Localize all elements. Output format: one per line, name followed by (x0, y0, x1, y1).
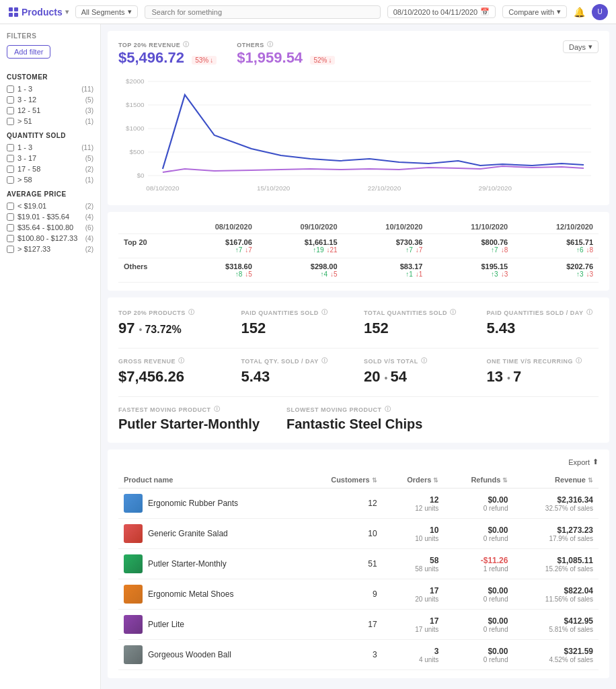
orders-cell: 3 4 units (383, 640, 445, 670)
filter-checkbox[interactable] (7, 85, 14, 93)
svg-text:$1000: $1000 (126, 124, 144, 131)
filter-text: 3 - 12 (17, 96, 36, 104)
filter-label[interactable]: > $127.33 (7, 245, 50, 253)
revenue-cell: $321.59 4.52% of sales (513, 640, 599, 670)
product-name: Putler Starter-Monthly (148, 559, 227, 569)
filter-label[interactable]: < $19.01 (7, 202, 46, 210)
paid-qty-day-stat: PAID QUANTITIES SOLD / DAY ⓘ 5.43 (487, 308, 599, 337)
fastest-moving: FASTEST MOVING PRODUCT ⓘ Putler Starter-… (118, 405, 260, 432)
filter-label[interactable]: $35.64 - $100.80 (7, 223, 73, 231)
logo[interactable]: Products ▾ (8, 7, 69, 17)
filter-label[interactable]: 12 - 51 (7, 106, 40, 114)
product-name-cell: Ergonomic Metal Shoes (118, 579, 300, 610)
header: Products ▾ All Segments ▾ 08/10/2020 to … (0, 0, 616, 24)
paid-qty-day-label: PAID QUANTITIES SOLD / DAY ⓘ (487, 308, 599, 317)
add-filter-button[interactable]: Add filter (7, 45, 50, 59)
filter-item: $35.64 - $100.80 (6) (7, 223, 93, 231)
customers-cell: 9 (300, 579, 383, 610)
products-table: Product name Customers ⇅ Orders ⇅ Refund… (118, 472, 599, 670)
svg-text:15/10/2020: 15/10/2020 (257, 184, 290, 191)
filter-label[interactable]: 17 - 58 (7, 165, 40, 173)
svg-text:08/10/2020: 08/10/2020 (146, 184, 179, 191)
chart-svg: $2000 $1500 $1000 $500 $0 08/10/2020 15/… (118, 75, 599, 196)
total-qty-day-stat: TOTAL QTY. SOLD / DAY ⓘ 5.43 (241, 357, 354, 386)
filter-checkbox[interactable] (7, 235, 14, 242)
filter-label[interactable]: $19.01 - $35.64 (7, 213, 69, 221)
sold-vs-total-value: 20 • 54 (364, 368, 476, 386)
title-dropdown-icon[interactable]: ▾ (65, 8, 69, 15)
user-avatar[interactable]: U (592, 4, 608, 20)
filter-checkbox[interactable] (7, 246, 14, 253)
filter-item: 1 - 3 (11) (7, 85, 93, 93)
filter-label[interactable]: 3 - 17 (7, 154, 36, 162)
col-date-2: 09/10/2020 (258, 220, 343, 234)
col-date-3: 10/10/2020 (343, 220, 428, 234)
table-cell: $318.60 ↑8 ↓5 (172, 258, 258, 283)
total-qty-day-info-icon: ⓘ (321, 357, 328, 365)
filter-checkbox[interactable] (7, 155, 14, 162)
export-button[interactable]: Export ⬆ (568, 458, 599, 466)
stats-row-2: GROSS REVENUE ⓘ $7,456.26 TOTAL QTY. SOL… (118, 357, 599, 386)
filter-label[interactable]: 3 - 12 (7, 96, 36, 104)
customers-cell: 51 (300, 549, 383, 579)
filter-checkbox[interactable] (7, 118, 14, 125)
col-orders[interactable]: Orders ⇅ (383, 472, 445, 488)
filter-checkbox[interactable] (7, 176, 14, 184)
segment-selector[interactable]: All Segments ▾ (75, 5, 138, 18)
filter-item: 1 - 3 (11) (7, 143, 93, 151)
others-info-icon: ⓘ (267, 40, 274, 49)
orders-cell: 12 12 units (383, 488, 445, 519)
sold-vs-total-stat: SOLD V/S TOTAL ⓘ 20 • 54 (364, 357, 476, 386)
filter-checkbox[interactable] (7, 166, 14, 173)
calendar-icon: 📅 (480, 7, 490, 16)
price-filter-list: < $19.01 (2) $19.01 - $35.64 (4) $35.64 … (7, 202, 93, 253)
col-revenue[interactable]: Revenue ⇅ (513, 472, 599, 488)
filter-label[interactable]: > 58 (7, 176, 32, 184)
table-row: Others $318.60 ↑8 ↓5 $298.00 ↑4 ↓5 $83.1… (118, 258, 599, 283)
revenue-cell: $822.04 11.56% of sales (513, 579, 599, 610)
filter-checkbox[interactable] (7, 144, 14, 151)
filter-count: (2) (85, 246, 93, 253)
total-qty-day-value: 5.43 (241, 368, 354, 386)
qty-filter-title: QUANTITY SOLD (7, 132, 93, 139)
products-header: Export ⬆ (118, 458, 599, 466)
notification-bell[interactable]: 🔔 (574, 7, 585, 17)
product-name: Ergonomic Metal Shoes (148, 589, 233, 599)
col-date-5: 12/10/2020 (513, 220, 599, 234)
filter-checkbox[interactable] (7, 96, 14, 104)
revenue-cell: $412.95 5.81% of sales (513, 610, 599, 640)
filter-text: 1 - 3 (17, 143, 32, 151)
filter-label[interactable]: > 51 (7, 117, 32, 125)
segment-label: All Segments (81, 8, 125, 16)
col-refunds[interactable]: Refunds ⇅ (444, 472, 513, 488)
others-value-row: $1,959.54 52% ↓ (237, 49, 335, 67)
search-input[interactable] (145, 5, 381, 19)
table-row: Putler Starter-Monthly 51 58 58 units -$… (118, 549, 599, 579)
date-range-selector[interactable]: 08/10/2020 to 04/11/2020 📅 (387, 5, 496, 18)
slowest-moving: SLOWEST MOVING PRODUCT ⓘ Fantastic Steel… (286, 405, 422, 432)
filter-label[interactable]: $100.80 - $127.33 (7, 234, 77, 242)
paid-qty-day-value: 5.43 (487, 320, 599, 337)
customer-filter-title: CUSTOMER (7, 73, 93, 81)
filter-checkbox[interactable] (7, 107, 14, 114)
filter-label[interactable]: 1 - 3 (7, 85, 32, 93)
filter-checkbox[interactable] (7, 213, 14, 221)
table-row: Gorgeous Wooden Ball 3 3 4 units $0.00 0… (118, 640, 599, 670)
filter-label[interactable]: 1 - 3 (7, 143, 32, 151)
filter-text: 3 - 17 (17, 154, 36, 162)
customers-cell: 3 (300, 640, 383, 670)
customers-cell: 10 (300, 519, 383, 549)
table-row: Ergonomic Rubber Pants 12 12 12 units $0… (118, 488, 599, 519)
days-button[interactable]: Days ▾ (563, 40, 599, 53)
col-customers[interactable]: Customers ⇅ (300, 472, 383, 488)
filter-checkbox[interactable] (7, 224, 14, 231)
svg-text:22/10/2020: 22/10/2020 (368, 184, 401, 191)
customers-cell: 17 (300, 610, 383, 640)
others-label: OTHERS ⓘ (237, 40, 335, 49)
products-section: Export ⬆ Product name Customers ⇅ Orders… (108, 449, 609, 678)
filter-checkbox[interactable] (7, 203, 14, 210)
compare-selector[interactable]: Compare with ▾ (502, 5, 567, 18)
filter-count: (4) (85, 213, 93, 221)
refunds-cell: $0.00 0 refund (444, 519, 513, 549)
total-qty-info-icon: ⓘ (450, 308, 457, 317)
